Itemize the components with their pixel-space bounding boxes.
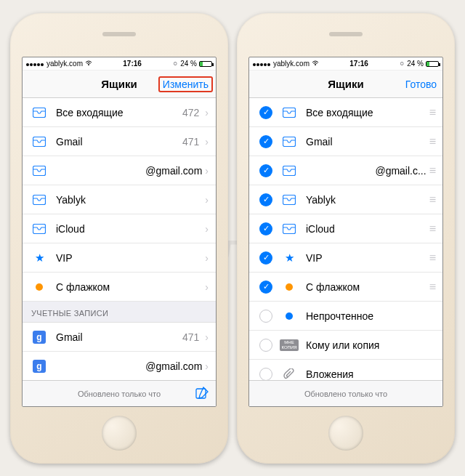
checkbox-checked[interactable]: ✓ xyxy=(258,251,274,265)
row-label: @gmail.c... xyxy=(306,165,429,177)
account-row-gmail[interactable]: g Gmail 471 › xyxy=(23,323,216,352)
checkbox-checked[interactable]: ✓ xyxy=(258,164,274,177)
accounts-section-header: УЧЕТНЫЕ ЗАПИСИ xyxy=(23,302,216,323)
svg-rect-8 xyxy=(283,108,296,117)
unread-icon xyxy=(281,312,297,320)
nav-bar: Ящики Изменить xyxy=(23,70,216,98)
row-label: Все входящие xyxy=(56,107,182,118)
edit-row-unread[interactable]: Непрочтенное xyxy=(249,302,442,331)
mailbox-row-all-inboxes[interactable]: Все входящие 472 › xyxy=(23,98,216,127)
drag-handle-icon[interactable]: ≡ xyxy=(429,135,435,148)
row-label: VIP xyxy=(56,252,205,264)
inbox-icon xyxy=(281,195,297,205)
checkbox-checked[interactable]: ✓ xyxy=(258,281,274,294)
inbox-icon xyxy=(281,224,297,234)
chevron-right-icon: › xyxy=(205,281,209,293)
chevron-right-icon: › xyxy=(205,107,209,118)
svg-rect-10 xyxy=(283,166,296,175)
edit-row-flagged[interactable]: ✓ С флажком ≡ xyxy=(249,273,442,302)
signal-dots-icon xyxy=(26,60,44,68)
inbox-icon xyxy=(31,137,47,147)
status-bar: yablyk.com 17:16 ⚪︎ 24 % xyxy=(23,57,216,70)
signal-dots-icon xyxy=(253,60,271,68)
svg-point-7 xyxy=(315,64,316,65)
checkbox-unchecked[interactable] xyxy=(258,310,274,323)
page-title: Ящики xyxy=(101,78,137,90)
account-row-gmailcom[interactable]: g @gmail.com › xyxy=(23,352,216,380)
done-button[interactable]: Готово xyxy=(405,78,437,90)
mailbox-row-icloud[interactable]: iCloud › xyxy=(23,214,216,243)
checkbox-unchecked[interactable] xyxy=(258,368,274,381)
svg-rect-2 xyxy=(33,137,46,146)
row-label: Кому или копия xyxy=(306,339,435,351)
device-frame-left: yablyk.com 17:16 ⚪︎ 24 % Ящики Изменить xyxy=(10,13,228,464)
row-label: Вложения xyxy=(306,368,435,380)
inbox-icon xyxy=(31,195,47,205)
row-label: Yablyk xyxy=(306,194,429,206)
svg-rect-9 xyxy=(283,137,296,146)
edit-button[interactable]: Изменить xyxy=(158,76,213,92)
inbox-all-icon xyxy=(281,108,297,118)
mailbox-row-gmailcom[interactable]: @gmail.com › xyxy=(23,156,216,185)
screen-left: yablyk.com 17:16 ⚪︎ 24 % Ящики Изменить xyxy=(22,57,217,407)
screen-right: yablyk.com 17:16 ⚪︎ 24 % Ящики Готово ✓ xyxy=(248,57,443,407)
status-text: Обновлено только что xyxy=(304,390,387,398)
inbox-icon xyxy=(281,137,297,147)
edit-row-gmail[interactable]: ✓ Gmail ≡ xyxy=(249,127,442,156)
checkbox-checked[interactable]: ✓ xyxy=(258,106,274,119)
compose-button[interactable] xyxy=(195,387,209,401)
row-label: Gmail xyxy=(56,331,182,343)
checkbox-checked[interactable]: ✓ xyxy=(258,135,274,148)
edit-row-vip[interactable]: ✓ ★ VIP ≡ xyxy=(249,243,442,273)
svg-rect-11 xyxy=(283,195,296,204)
chevron-right-icon: › xyxy=(205,165,209,177)
status-text: Обновлено только что xyxy=(78,390,161,398)
svg-rect-1 xyxy=(33,108,46,117)
star-icon: ★ xyxy=(281,251,297,265)
mailbox-row-gmail[interactable]: Gmail 471 › xyxy=(23,127,216,156)
chevron-right-icon: › xyxy=(205,194,209,206)
drag-handle-icon[interactable]: ≡ xyxy=(429,251,435,265)
drag-handle-icon[interactable]: ≡ xyxy=(429,193,435,206)
mailbox-row-yablyk[interactable]: Yablyk › xyxy=(23,185,216,214)
inbox-icon xyxy=(31,166,47,176)
battery-icon xyxy=(199,61,212,67)
chevron-right-icon: › xyxy=(205,252,209,264)
mailbox-row-flagged[interactable]: С флажком › xyxy=(23,273,216,302)
row-count: 471 xyxy=(182,331,199,343)
checkbox-checked[interactable]: ✓ xyxy=(258,222,274,235)
google-icon: g xyxy=(31,360,47,373)
drag-handle-icon[interactable]: ≡ xyxy=(429,281,435,294)
edit-row-yablyk[interactable]: ✓ Yablyk ≡ xyxy=(249,185,442,214)
svg-rect-5 xyxy=(33,224,46,233)
inbox-icon xyxy=(31,224,47,234)
mailbox-row-vip[interactable]: ★ VIP › xyxy=(23,243,216,273)
checkbox-unchecked[interactable] xyxy=(258,339,274,352)
edit-row-all-inboxes[interactable]: ✓ Все входящие ≡ xyxy=(249,98,442,127)
row-label: Gmail xyxy=(56,136,182,148)
row-label: Yablyk xyxy=(56,194,205,206)
drag-handle-icon[interactable]: ≡ xyxy=(429,164,435,177)
mailbox-list: Все входящие 472 › Gmail 471 › @gmail.co… xyxy=(23,98,216,302)
clock-label: 17:16 xyxy=(349,60,368,68)
toolbar: Обновлено только что xyxy=(249,380,442,406)
drag-handle-icon[interactable]: ≡ xyxy=(429,222,435,235)
wifi-icon xyxy=(312,60,319,68)
edit-row-gmailcom[interactable]: ✓ @gmail.c... ≡ xyxy=(249,156,442,185)
flag-icon xyxy=(31,283,47,291)
edit-row-attachments[interactable]: Вложения xyxy=(249,360,442,380)
svg-rect-12 xyxy=(283,224,296,233)
edit-row-tocc[interactable]: МНЕКОПИЯ Кому или копия xyxy=(249,331,442,360)
checkbox-checked[interactable]: ✓ xyxy=(258,193,274,206)
drag-handle-icon[interactable]: ≡ xyxy=(429,106,435,119)
edit-row-icloud[interactable]: ✓ iCloud ≡ xyxy=(249,214,442,243)
battery-icon xyxy=(426,61,439,67)
chevron-right-icon: › xyxy=(205,223,209,235)
status-bar: yablyk.com 17:16 ⚪︎ 24 % xyxy=(249,57,442,70)
carrier-label: yablyk.com xyxy=(273,60,310,68)
inbox-all-icon xyxy=(31,108,47,118)
row-label: iCloud xyxy=(306,223,429,235)
bluetooth-icon: ⚪︎ xyxy=(399,60,405,68)
row-label: С флажком xyxy=(56,281,205,293)
row-label: С флажком xyxy=(306,281,429,293)
